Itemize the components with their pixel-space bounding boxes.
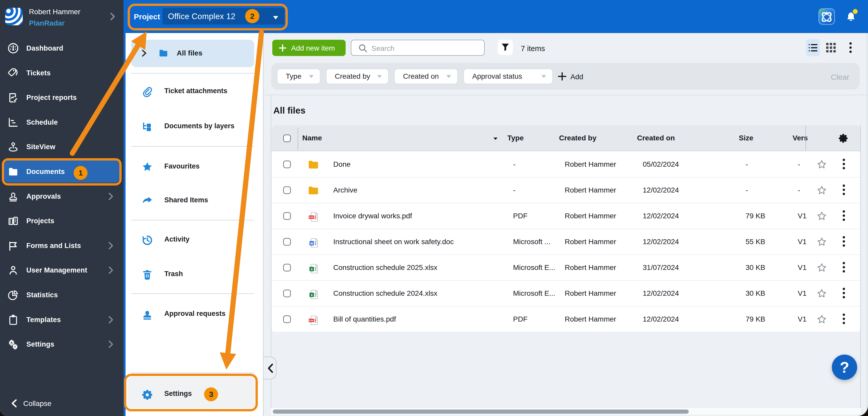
svg-text:PDF: PDF <box>309 216 314 218</box>
svg-text:X: X <box>311 293 313 297</box>
svg-text:PDF: PDF <box>309 319 314 322</box>
svg-text:W: W <box>310 242 314 245</box>
svg-text:X: X <box>311 268 313 271</box>
